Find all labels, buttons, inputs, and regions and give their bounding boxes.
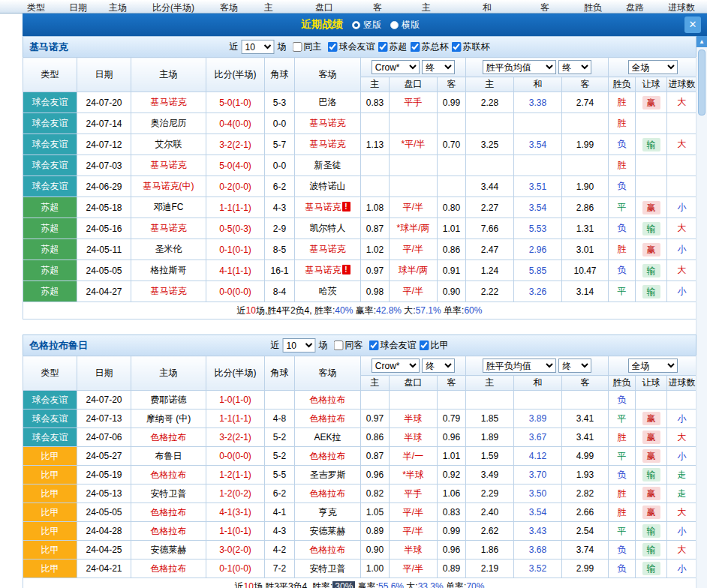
home-team[interactable]: 色格拉布! [131,522,206,541]
home-team[interactable]: 摩纳哥 (中)! [131,410,206,428]
away-team[interactable]: 基马诺克! [295,260,361,281]
score: 4-1(1-1) [206,260,265,281]
corners: 5-5 [265,466,295,484]
handicap-result-cell: 赢 [636,484,667,503]
home-team[interactable]: 费耶诺德! [131,391,206,410]
away-team[interactable]: 基马诺克! [295,134,361,155]
warning-icon: ! [342,265,350,274]
corners: 0-0 [265,155,295,176]
away-team[interactable]: 基马诺克! [295,197,361,218]
euro-draw-odds: 3.89 [514,410,562,428]
away-team[interactable]: 圣吉罗斯! [295,466,361,484]
odds-stage-select[interactable]: 终 [422,358,455,373]
match-row: 球会友谊 24-07-14 奥治尼历! 0-4(0-0) 0-0 基马诺克! 胜 [23,113,697,134]
euro-draw-odds [514,155,562,176]
away-team[interactable]: 色格拉布! [295,484,361,503]
match-date: 24-05-27 [77,447,131,466]
away-team[interactable]: 凯尔特人! [295,218,361,239]
match-row: 苏超 24-04-27 基马诺克! 0-0(0-0) 8-4 哈茨! 0.98 … [23,281,697,302]
euro-stage-select[interactable]: 终 [558,60,591,74]
euro-odds-select[interactable]: 胜平负均值 [483,60,556,74]
asian-home-odds: 1.02 [361,239,390,260]
scroll-up-icon[interactable]: ▲ [696,36,707,47]
euro-home-odds: 2.22 [466,281,514,302]
close-icon[interactable]: ✕ [684,16,701,33]
vertical-layout-radio[interactable]: 竖版 [352,19,381,32]
home-team[interactable]: 色格拉布! [131,560,206,578]
home-team[interactable]: 基马诺克! [131,281,206,302]
away-team[interactable]: 色格拉布! [295,447,361,466]
home-team[interactable]: 安德莱赫! [131,541,206,560]
home-team[interactable]: 圣米伦! [131,239,206,260]
same-venue-checkbox[interactable]: 同主 [290,40,322,53]
match-date: 24-07-20 [77,391,131,410]
euro-away-odds [562,391,609,410]
away-team[interactable]: 波特诺山! [295,176,361,197]
asian-away-odds: 1.01 [438,218,466,239]
match-row: 球会友谊 24-07-20 费耶诺德! 1-0(1-0) 色格拉布! 负 [23,391,697,410]
home-team[interactable]: 邓迪FC! [131,197,206,218]
away-team[interactable]: 基马诺克! [295,113,361,134]
home-team[interactable]: 色格拉布! [131,428,206,447]
score: 0-1(0-1) [206,239,265,260]
asian-home-odds [361,155,390,176]
league-checkbox[interactable]: 球会友谊 [366,339,417,352]
euro-home-odds: 3.49 [466,466,514,484]
euro-away-odds: 1.90 [562,176,609,197]
euro-away-odds: 1.93 [562,466,609,484]
euro-stage-select[interactable]: 终 [558,358,591,373]
goals-result-cell: 小 [667,447,697,466]
away-team[interactable]: AEK拉! [295,428,361,447]
away-team[interactable]: 色格拉布! [295,410,361,428]
odds-company-select[interactable]: Crow* [372,60,420,74]
odds-stage-select[interactable]: 终 [422,60,455,74]
away-team[interactable]: 基马诺克! [295,239,361,260]
away-team[interactable]: 色格拉布! [295,391,361,410]
home-team[interactable]: 格拉斯哥! [131,260,206,281]
home-team[interactable]: 安特卫普! [131,484,206,503]
away-team[interactable]: 色格拉布! [295,541,361,560]
same-venue-checkbox[interactable]: 同客 [331,339,363,352]
corners: 4-8 [265,410,295,428]
away-team[interactable]: 安特卫普! [295,560,361,578]
euro-odds-select[interactable]: 胜平负均值 [483,358,556,373]
euro-draw-odds: 3.43 [514,522,562,541]
away-team[interactable]: 亨克! [295,503,361,522]
home-team[interactable]: 基马诺克! [131,155,206,176]
section-summary: 近10场,胜3平3负4, 胜率:30% 赢率:55.6% 大:33.3% 单率:… [23,578,696,588]
asian-handicap [390,113,438,134]
away-team[interactable]: 哈茨! [295,281,361,302]
home-team[interactable]: 艾尔联! [131,134,206,155]
home-team[interactable]: 基马诺克! [131,218,206,239]
home-team[interactable]: 奥治尼历! [131,113,206,134]
league-badge: 球会友谊 [23,410,77,428]
away-team[interactable]: 巴洛! [295,92,361,113]
away-team[interactable]: 安德莱赫! [295,522,361,541]
full-match-select[interactable]: 全场 [628,60,678,74]
full-match-select[interactable]: 全场 [628,358,678,373]
away-team[interactable]: 新圣徒! [295,155,361,176]
home-team[interactable]: 基马诺克(中)! [131,176,206,197]
col-away: 客场 [295,58,361,92]
league-checkbox[interactable]: 苏联杯 [449,40,490,53]
recent-count-select[interactable]: 10 [283,338,316,352]
scrollbar-thumb[interactable] [698,50,705,116]
asian-home-odds: 0.82 [361,484,390,503]
home-team[interactable]: 布鲁日! [131,447,206,466]
league-filter-group: 球会友谊苏超苏总杯苏联杯 [325,40,490,53]
horizontal-layout-radio[interactable]: 横版 [390,19,420,32]
home-team[interactable]: 色格拉布! [131,466,206,484]
handicap-result-cell [636,176,667,197]
odds-company-select[interactable]: Crow* [372,358,420,373]
league-checkbox[interactable]: 比甲 [417,339,449,352]
euro-home-odds: 1.86 [466,541,514,560]
league-checkbox[interactable]: 苏超 [375,40,408,53]
col-home: 主场 [131,58,206,92]
league-checkbox[interactable]: 苏总杯 [408,40,449,53]
recent-count-select[interactable]: 10 [242,40,275,54]
col-corner: 角球 [265,356,295,391]
home-team[interactable]: 基马诺克! [131,92,206,113]
bg-header-label: 进球数 [668,2,695,14]
home-team[interactable]: 色格拉布! [131,503,206,522]
league-checkbox[interactable]: 球会友谊 [325,40,375,53]
